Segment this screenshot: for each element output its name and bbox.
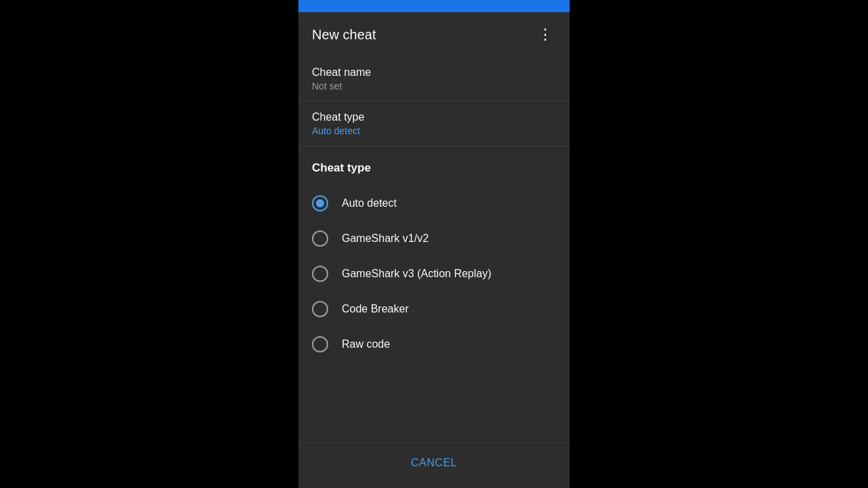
cheat-name-label: Cheat name — [312, 66, 556, 79]
cancel-button[interactable]: Cancel — [397, 451, 471, 474]
radio-outer-auto-detect — [312, 195, 328, 211]
radio-outer-raw-code — [312, 336, 328, 352]
radio-gameshark-v1v2[interactable]: GameShark v1/v2 — [298, 221, 570, 256]
radio-raw-code[interactable]: Raw code — [298, 327, 570, 362]
cheat-name-field[interactable]: Cheat name Not set — [298, 57, 570, 102]
right-background — [570, 0, 868, 488]
radio-label-gameshark-v3: GameShark v3 (Action Replay) — [342, 268, 492, 280]
more-options-icon[interactable]: ⋮ — [532, 23, 559, 46]
dialog-header: New cheat ⋮ — [298, 12, 570, 57]
radio-inner-auto-detect — [316, 199, 324, 207]
radio-auto-detect[interactable]: Auto detect — [298, 186, 570, 221]
dialog-container: New cheat ⋮ Cheat name Not set Cheat typ… — [298, 0, 570, 488]
radio-label-raw-code: Raw code — [342, 338, 390, 350]
left-background — [0, 0, 298, 488]
radio-code-breaker[interactable]: Code Breaker — [298, 291, 570, 327]
cheat-type-section-title: Cheat type — [298, 146, 570, 186]
top-status-bar — [298, 0, 570, 12]
radio-outer-gameshark-v1v2 — [312, 230, 328, 247]
cheat-name-value: Not set — [312, 81, 556, 92]
radio-outer-code-breaker — [312, 301, 328, 317]
radio-options-list: Auto detect GameShark v1/v2 GameShark v3… — [298, 186, 570, 373]
radio-label-gameshark-v1v2: GameShark v1/v2 — [342, 232, 429, 245]
dialog-content: Cheat name Not set Cheat type Auto detec… — [298, 57, 570, 443]
dialog-title: New cheat — [312, 27, 376, 43]
radio-outer-gameshark-v3 — [312, 266, 328, 282]
cheat-type-value: Auto detect — [312, 125, 556, 136]
dialog-footer: Cancel — [298, 443, 570, 488]
radio-label-auto-detect: Auto detect — [342, 197, 397, 209]
radio-gameshark-v3[interactable]: GameShark v3 (Action Replay) — [298, 256, 570, 291]
radio-label-code-breaker: Code Breaker — [342, 303, 409, 315]
cheat-type-label: Cheat type — [312, 111, 556, 123]
cheat-type-field[interactable]: Cheat type Auto detect — [298, 102, 570, 146]
